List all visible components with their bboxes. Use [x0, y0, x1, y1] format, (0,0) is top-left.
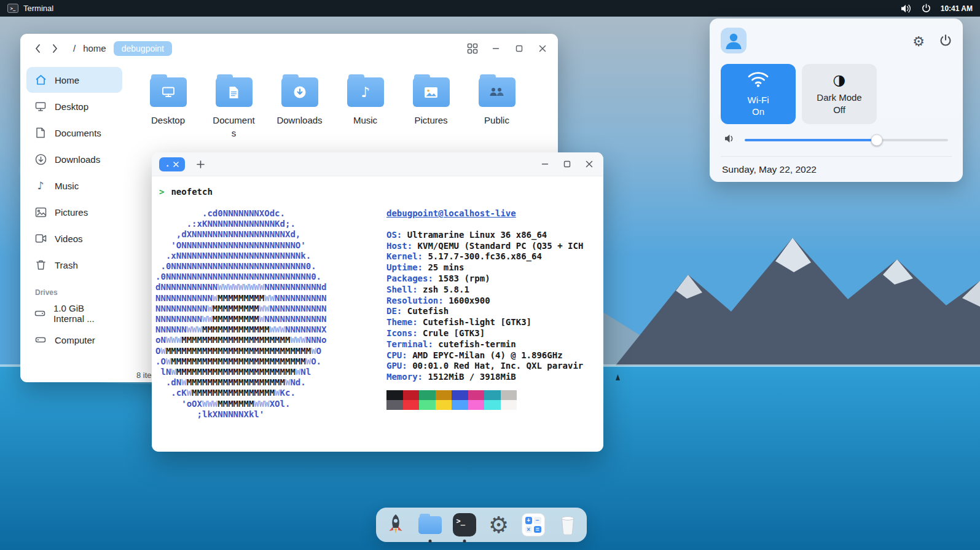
dock-files[interactable] [417, 511, 443, 538]
dark-mode-state: Off [833, 104, 845, 116]
sidebar-item-computer[interactable]: Computer [26, 327, 122, 353]
info-label: OS: [386, 230, 402, 240]
palette-swatch [452, 390, 468, 400]
info-label: Packages: [386, 273, 433, 283]
neofetch-info-line: GPU: 00:01.0 Red Hat, Inc. QXL paravir [386, 361, 583, 372]
sidebar-item-label: 1.0 GiB Internal ... [53, 303, 114, 324]
folder-icon: ♪ [347, 77, 384, 107]
neofetch-info-line: Shell: zsh 5.8.1 [386, 285, 583, 296]
folder-public[interactable]: Public [468, 73, 525, 139]
sidebar-item-home[interactable]: Home [26, 67, 122, 93]
grid-view-icon[interactable] [466, 42, 479, 55]
info-label: Theme: [386, 317, 418, 327]
info-value: zsh 5.8.1 [418, 285, 469, 294]
user-avatar[interactable] [721, 28, 747, 56]
volume-icon[interactable] [901, 4, 912, 13]
info-value: Ultramarine Linux 36 x86_64 [402, 230, 547, 240]
volume-slider[interactable] [745, 139, 948, 141]
wifi-label: Wi-Fi [748, 94, 769, 106]
folder-pictures[interactable]: Pictures [402, 73, 460, 139]
neofetch-info-line: Host: KVM/QEMU (Standard PC (Q35 + ICH [386, 241, 583, 252]
folder-music[interactable]: ♪ Music [337, 73, 394, 139]
dock-settings[interactable]: ⚙ [486, 511, 512, 538]
download-icon [34, 154, 47, 165]
terminal-color-palette [386, 390, 583, 410]
sidebar-item-label: Pictures [55, 207, 88, 218]
info-value: KVM/QEMU (Standard PC (Q35 + ICH [412, 241, 583, 251]
info-label: Kernel: [386, 251, 423, 261]
breadcrumb-current[interactable]: debugpoint [114, 41, 172, 56]
info-label: Uptime: [386, 262, 423, 272]
maximize-button[interactable] [560, 157, 574, 171]
minimize-button[interactable] [538, 157, 552, 171]
neofetch-info-line: Theme: Cutefish-light [GTK3] [386, 317, 583, 328]
trash-icon [34, 259, 47, 270]
terminal-tab-title: . [165, 160, 170, 168]
folder-icon [150, 77, 187, 107]
terminal-tabbar[interactable]: . [152, 152, 603, 176]
dock-calculator[interactable]: +− ×= [520, 511, 546, 538]
folder-label: Pictures [414, 114, 447, 127]
info-label: Host: [386, 241, 412, 251]
minimize-button[interactable] [489, 42, 503, 55]
dock-launcher[interactable] [383, 511, 409, 538]
new-tab-button[interactable] [194, 157, 207, 171]
terminal-content[interactable]: >neofetch .cd0NNNNNNNXOdc. .:xKNNNNNNNNN… [152, 176, 603, 420]
palette-swatch [484, 390, 501, 400]
neofetch-info-line: Packages: 1583 (rpm) [386, 273, 583, 285]
folder-label: Desktop [151, 114, 185, 127]
close-button[interactable] [536, 42, 549, 55]
info-label: Resolution: [386, 296, 444, 305]
volume-icon [724, 134, 736, 146]
neofetch-info-line: CPU: AMD EPYC-Milan (4) @ 1.896GHz [386, 350, 583, 361]
palette-swatch [484, 400, 501, 410]
forward-button[interactable] [46, 40, 63, 57]
tab-close-icon[interactable] [173, 159, 179, 170]
dark-mode-toggle-tile[interactable]: ◑ Dark Mode Off [802, 64, 877, 124]
info-value: 25 mins [423, 262, 464, 272]
sidebar-item-music[interactable]: ♪ Music [26, 173, 122, 198]
volume-slider-knob[interactable] [871, 134, 883, 146]
breadcrumb-root[interactable]: / [73, 43, 76, 53]
sidebar-item-internal-drive[interactable]: 1.0 GiB Internal ... [26, 301, 122, 326]
sidebar-item-desktop[interactable]: Desktop [26, 93, 122, 119]
terminal-tab[interactable]: . [159, 157, 185, 171]
folder-documents[interactable]: Documents [205, 73, 262, 139]
power-icon[interactable] [922, 4, 931, 13]
close-button[interactable] [582, 157, 596, 171]
folder-downloads[interactable]: Downloads [271, 73, 328, 139]
info-value: 1600x900 [444, 296, 490, 305]
info-value: AMD EPYC-Milan (4) @ 1.896GHz [407, 350, 563, 360]
palette-swatch [452, 400, 468, 410]
maximize-button[interactable] [512, 42, 526, 55]
sidebar-item-downloads[interactable]: Downloads [26, 146, 122, 172]
folder-desktop[interactable]: Desktop [139, 73, 197, 139]
neofetch-info-line: Resolution: 1600x900 [386, 296, 583, 307]
sidebar-item-videos[interactable]: Videos [26, 226, 122, 251]
wifi-toggle-tile[interactable]: Wi-Fi On [721, 64, 796, 124]
clock[interactable]: 10:41 AM [941, 4, 973, 13]
dock-terminal[interactable]: >_ [452, 511, 477, 538]
folder-icon [413, 77, 450, 107]
sidebar-item-documents[interactable]: Documents [26, 120, 122, 146]
palette-swatch [386, 400, 403, 410]
neofetch-info-line: DE: Cutefish [386, 306, 583, 317]
file-manager-titlebar[interactable]: / home debugpoint [20, 34, 558, 63]
palette-swatch [419, 390, 436, 400]
command-text: neofetch [171, 187, 212, 197]
breadcrumb: / home debugpoint [73, 41, 466, 56]
back-button[interactable] [29, 40, 46, 57]
info-label: Icons: [386, 328, 418, 338]
computer-icon [34, 334, 47, 345]
terminal-app-icon: >_ [7, 4, 18, 13]
palette-swatch [403, 400, 420, 410]
active-app-title: Terminal [23, 4, 53, 13]
terminal-window: . >neofetch .cd0NNNNNNNXOdc. [152, 152, 603, 452]
settings-gear-icon[interactable]: ⚙ [912, 35, 925, 49]
sidebar-item-pictures[interactable]: Pictures [26, 199, 122, 225]
dock-trash[interactable] [555, 511, 581, 538]
breadcrumb-home[interactable]: home [83, 43, 106, 53]
info-value: cutefish-termin [433, 339, 516, 349]
power-icon[interactable] [939, 34, 952, 49]
sidebar-item-trash[interactable]: Trash [26, 252, 122, 278]
